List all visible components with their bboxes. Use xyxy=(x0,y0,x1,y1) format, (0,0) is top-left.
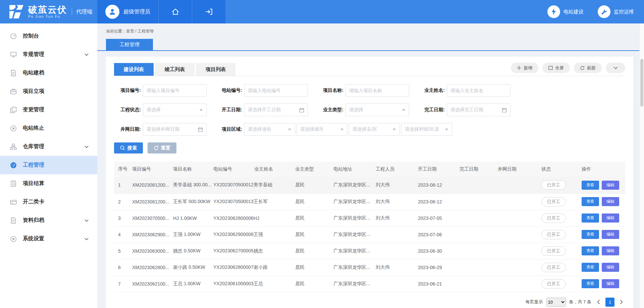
filter-owner-type-select[interactable]: 请选择 xyxy=(345,104,409,116)
scrollbar[interactable] xyxy=(639,23,644,308)
edit-button[interactable]: 编辑 xyxy=(602,230,619,239)
page-number-1[interactable]: 1 xyxy=(605,298,614,307)
cell-project-name: 王长军 500.00KW xyxy=(169,193,209,210)
cell-index: 7 xyxy=(114,275,128,292)
sidebar-item-project-init[interactable]: 项目立项 xyxy=(0,82,97,101)
cell-engineer: 刘大伟 xyxy=(372,193,414,210)
nav-monitor-ops[interactable]: 监控运维 xyxy=(598,5,634,18)
cell-station-no: YX2023062900008王强 xyxy=(209,226,250,243)
scrollbar-thumb[interactable] xyxy=(640,59,643,107)
sidebar-item-label: 工程管理 xyxy=(23,162,89,169)
edit-button[interactable]: 编辑 xyxy=(602,197,619,206)
cell-project-no: XM2023070500... xyxy=(128,210,169,226)
prev-page-button[interactable] xyxy=(595,298,602,306)
cell-finish-date xyxy=(455,259,494,275)
status-badge: 已开工 xyxy=(541,213,566,223)
refresh-button[interactable]: 刷新 xyxy=(574,63,602,73)
cell-actions: 查看编辑 xyxy=(578,259,625,275)
tab-project-list[interactable]: 项目列表 xyxy=(196,63,235,76)
view-button[interactable]: 查看 xyxy=(582,246,599,255)
filter-town-select[interactable]: 请选择村镇/街道 xyxy=(401,123,452,136)
collapse-toolbar-button[interactable] xyxy=(606,63,625,73)
filter-grid-date-input[interactable]: 请选择并网日期 xyxy=(143,123,207,136)
sidebar-item-engineering-mgmt[interactable]: 工程管理 xyxy=(0,156,97,174)
cell-status: 已开工 xyxy=(537,177,578,193)
cell-actions: 查看编辑 xyxy=(578,210,625,226)
edit-button[interactable]: 编辑 xyxy=(602,213,619,223)
view-button[interactable]: 查看 xyxy=(582,279,599,288)
chevron-down-icon xyxy=(613,66,618,69)
logo: 破茧云伏 Po Jian Yun Fu 代理端 xyxy=(0,0,97,23)
filter-finish-date-input[interactable]: 请选择完工日期 xyxy=(447,104,511,116)
logout-button[interactable] xyxy=(192,0,225,23)
filter-province-select[interactable]: 请选择省份 xyxy=(244,123,295,136)
sidebar-item-open-card[interactable]: 开二类卡 xyxy=(0,193,97,211)
view-button[interactable]: 查看 xyxy=(582,197,599,206)
status-badge: 已开工 xyxy=(541,263,566,272)
filter-project-no-input[interactable] xyxy=(143,84,207,97)
sidebar-item-console[interactable]: 控制台 xyxy=(0,27,97,45)
sidebar-item-system-settings[interactable]: 系统设置 xyxy=(0,230,97,248)
edit-button[interactable]: 编辑 xyxy=(602,279,619,288)
calendar-icon xyxy=(502,108,507,113)
cell-start-date: 2023-06-30 xyxy=(414,243,455,259)
cell-address: 广东深圳龙华区... xyxy=(329,193,372,210)
cell-start-date: 2023-07-06 xyxy=(414,226,455,243)
view-button[interactable]: 查看 xyxy=(582,213,599,223)
cell-start-date: 2023-06-29 xyxy=(414,259,455,275)
fullscreen-button[interactable]: 全屏 xyxy=(542,63,570,73)
view-button[interactable]: 查看 xyxy=(582,230,599,239)
view-button[interactable]: 查看 xyxy=(582,181,599,190)
filter-start-date-label: 开工日期: xyxy=(215,107,244,113)
cell-index: 4 xyxy=(114,226,128,243)
tab-completed-list[interactable]: 竣工列表 xyxy=(155,63,195,76)
filter-project-name-input[interactable] xyxy=(345,84,409,97)
cell-engineer xyxy=(372,243,414,259)
sidebar-item-warehouse-mgmt[interactable]: 仓库管理 xyxy=(0,137,97,156)
chevron-down-icon xyxy=(85,219,89,222)
cell-project-no: XM2023062800... xyxy=(128,259,169,275)
breadcrumb-path[interactable]: 首页 / 工程管理 xyxy=(126,29,154,34)
view-button[interactable]: 查看 xyxy=(582,263,599,272)
table-row: 5 XM2023063000... 姚忠 0.50KW YX2023062700… xyxy=(114,243,625,259)
filter-owner-name-input[interactable] xyxy=(447,84,511,97)
sidebar-item-change-mgmt[interactable]: 变更管理 xyxy=(0,101,97,119)
nav-station-build[interactable]: 电站建设 xyxy=(547,5,584,18)
edit-button[interactable]: 编辑 xyxy=(602,263,619,272)
sidebar-item-station-archive[interactable]: 电站建档 xyxy=(0,64,97,82)
filter-station-no-input[interactable] xyxy=(244,84,308,97)
monitor-icon xyxy=(10,51,17,58)
filter-city-select[interactable]: 请选择城市 xyxy=(297,123,347,136)
cell-owner-type: 居民 xyxy=(291,177,329,193)
edit-button[interactable]: 编辑 xyxy=(602,246,619,255)
page-tab-engineering[interactable]: 工程管理 xyxy=(106,39,153,50)
sidebar-item-data-archive[interactable]: 资料归档 xyxy=(0,211,97,230)
filter-status-select[interactable]: 请选择 xyxy=(143,104,207,116)
user-menu[interactable]: 超级管理员 xyxy=(97,0,158,23)
reset-button[interactable]: 重置 xyxy=(148,142,176,153)
filter-station-no-label: 电站编号: xyxy=(215,87,244,94)
next-page-button[interactable] xyxy=(618,298,625,306)
sidebar-item-project-settlement[interactable]: 项目结算 xyxy=(0,174,97,193)
status-badge: 已开工 xyxy=(541,230,566,239)
sidebar-item-label: 常规管理 xyxy=(23,51,85,58)
top-nav: 电站建设 监控运维 xyxy=(547,0,644,23)
cell-status: 已开工 xyxy=(537,210,578,226)
app-title: 破茧云伏 xyxy=(28,5,67,14)
col-owner-name: 业主姓名 xyxy=(250,162,291,177)
filter-county-select[interactable]: 请选择县/区 xyxy=(349,123,400,136)
search-button[interactable]: 搜索 xyxy=(114,142,143,153)
tab-build-list[interactable]: 建设列表 xyxy=(114,63,154,76)
cell-owner-type: 居民 xyxy=(291,259,329,275)
document-icon xyxy=(10,69,17,77)
sidebar-item-station-terminate[interactable]: 电站终止 xyxy=(0,119,97,137)
filter-status-label: 工程状态: xyxy=(114,107,143,113)
logout-icon xyxy=(205,8,213,15)
sidebar-item-general-mgmt[interactable]: 常规管理 xyxy=(0,45,97,64)
filter-start-date-input[interactable]: 请选择开工日期 xyxy=(244,104,308,116)
add-button[interactable]: 新增 xyxy=(511,63,538,73)
portal-label: 代理端 xyxy=(72,8,92,15)
home-button[interactable] xyxy=(158,0,192,23)
per-page-select[interactable]: 10 xyxy=(546,298,566,307)
edit-button[interactable]: 编辑 xyxy=(602,181,619,190)
